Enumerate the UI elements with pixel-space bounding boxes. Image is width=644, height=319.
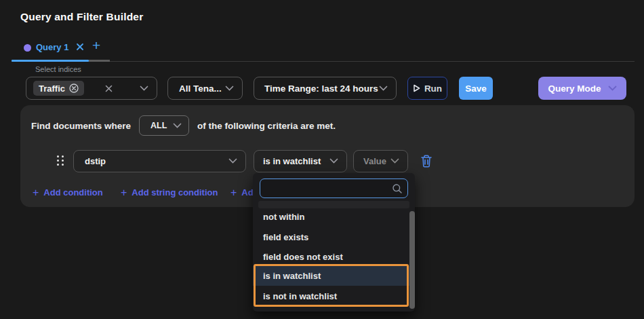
tab-close-icon[interactable] [76, 43, 84, 51]
time-range-select[interactable]: Time Range: last 24 hours [254, 77, 397, 100]
dropdown-item-selected[interactable]: is in watchlist [253, 266, 409, 286]
dropdown-scrollbar-thumb[interactable] [409, 211, 415, 309]
chevron-down-icon [225, 86, 234, 92]
tab-query-1[interactable]: Query 1 [36, 42, 68, 52]
add-string-condition-link[interactable]: + Add string condition [121, 187, 218, 198]
drag-handle-icon[interactable] [57, 155, 64, 166]
chevron-down-icon [173, 123, 182, 129]
query-filter-builder-app: Query and Filter Builder Query 1 + Selec… [0, 0, 644, 319]
chevron-down-icon [329, 158, 338, 164]
dropdown-item-label: is in watchlist [263, 271, 321, 281]
plus-icon: + [33, 188, 39, 197]
condition-value-placeholder: Value [363, 156, 386, 166]
add-tab-button[interactable]: + [92, 37, 100, 54]
page-title: Query and Filter Builder [20, 11, 143, 23]
query-mode-label: Query Mode [548, 83, 601, 94]
match-operator-value: ALL [150, 121, 167, 130]
run-button-label: Run [424, 83, 442, 94]
chevron-down-icon [608, 86, 617, 92]
operator-dropdown: not within field exists field does not e… [253, 173, 415, 312]
save-button-label: Save [465, 83, 487, 94]
dropdown-item[interactable]: not within [253, 207, 409, 227]
add-third-link-partial[interactable]: + Ad [230, 187, 254, 198]
query-mode-button[interactable]: Query Mode [538, 77, 626, 100]
add-condition-label: Add condition [43, 187, 102, 198]
find-documents-row: Find documents where ALL of the followin… [31, 115, 336, 136]
dropdown-item-label: is not in watchlist [263, 291, 337, 301]
match-operator-select[interactable]: ALL [139, 115, 189, 136]
delete-condition-icon[interactable] [420, 154, 433, 168]
tenant-select[interactable]: All Tena... [167, 77, 243, 100]
plus-icon: + [230, 188, 237, 197]
add-third-label: Ad [241, 187, 253, 198]
add-condition-link[interactable]: + Add condition [33, 187, 103, 198]
indices-select[interactable]: Traffic [26, 77, 157, 100]
clear-selection-icon[interactable] [104, 84, 113, 93]
dropdown-item[interactable]: is not in watchlist [253, 286, 409, 305]
search-icon [392, 183, 403, 194]
chevron-down-icon [379, 86, 388, 92]
plus-icon: + [121, 188, 127, 197]
dropdown-search-box[interactable] [260, 179, 408, 198]
chip-remove-icon[interactable] [69, 83, 79, 93]
find-suffix-text: of the following criteria are met. [197, 121, 336, 131]
add-string-condition-label: Add string condition [132, 187, 218, 198]
dropdown-item-label: field does not exist [263, 252, 343, 262]
tenant-select-value: All Tena... [179, 83, 222, 94]
dropdown-item[interactable]: field does not exist [253, 247, 409, 267]
indices-chip-label: Traffic [39, 83, 65, 94]
condition-operator-select[interactable]: is in watchlist [254, 150, 347, 172]
tab-underline-grey [89, 60, 110, 62]
run-button[interactable]: Run [407, 77, 447, 100]
dropdown-item-label: field exists [263, 232, 308, 242]
dropdown-item[interactable]: field exists [253, 227, 409, 247]
time-range-value: Time Range: last 24 hours [264, 83, 378, 94]
indices-chip[interactable]: Traffic [33, 81, 84, 96]
dropdown-search-input[interactable] [260, 179, 392, 198]
chevron-down-icon [140, 86, 148, 92]
select-indices-label: Select indices [35, 65, 81, 73]
active-tab-underline [12, 60, 89, 62]
dropdown-item-label: not within [263, 212, 304, 222]
condition-value-select[interactable]: Value [353, 150, 408, 172]
condition-operator-value: is in watchlist [263, 156, 321, 166]
condition-field-value: dstip [85, 156, 106, 166]
play-icon [413, 84, 420, 92]
find-prefix-text: Find documents where [31, 121, 131, 131]
query-tab-status-dot [24, 44, 31, 52]
save-button[interactable]: Save [459, 77, 493, 100]
chevron-down-icon [228, 158, 237, 164]
condition-field-select[interactable]: dstip [73, 150, 246, 172]
chevron-down-icon [390, 158, 399, 164]
